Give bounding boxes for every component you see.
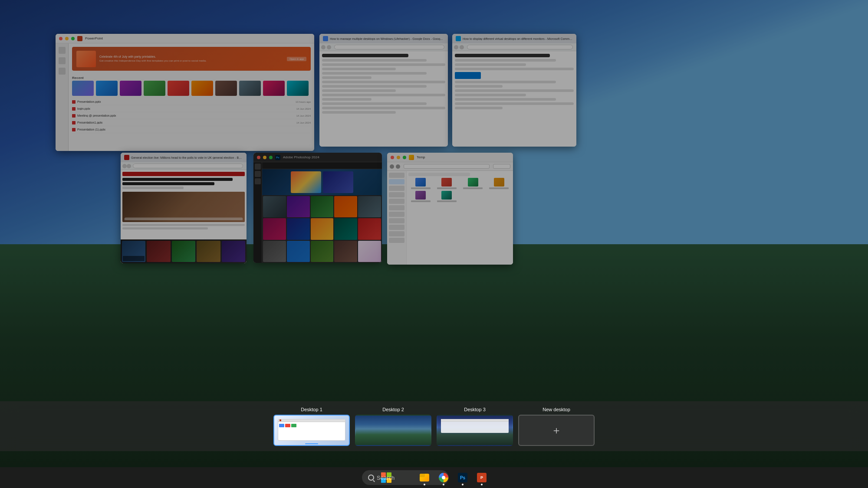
chrome-app-icon bbox=[439, 473, 448, 482]
desktop-1-item[interactable]: Desktop 1 bbox=[273, 407, 350, 446]
taskbar-search-button[interactable]: Search bbox=[397, 469, 414, 486]
photoshop-app-icon: Ps bbox=[458, 473, 467, 482]
file-explorer-icon bbox=[420, 474, 429, 481]
desktop-3-label: Desktop 3 bbox=[464, 407, 486, 412]
desktop-1-window-preview bbox=[278, 419, 345, 441]
new-desktop-item[interactable]: New desktop ＋ bbox=[518, 407, 595, 446]
desktop-3-item[interactable]: Desktop 3 bbox=[437, 407, 513, 446]
desktop-2-thumbnail[interactable] bbox=[355, 415, 431, 446]
taskbar-center-icons: Search Ps P bbox=[378, 469, 490, 486]
desktop-thumbnails-bar: Desktop 1 bbox=[0, 401, 868, 451]
desktop-thumbs-container: Desktop 1 bbox=[13, 407, 855, 446]
desktop-2-item[interactable]: Desktop 2 bbox=[355, 407, 431, 446]
taskbar: Search Ps P bbox=[0, 467, 868, 488]
taskbar-explorer-button[interactable] bbox=[416, 469, 433, 486]
search-icon bbox=[368, 475, 374, 481]
taskbar-photoshop-button[interactable]: Ps bbox=[454, 469, 471, 486]
desktop-2-label: Desktop 2 bbox=[382, 407, 404, 412]
taskbar-explorer-icon bbox=[419, 472, 430, 483]
taskbar-chrome-button[interactable] bbox=[435, 469, 452, 486]
desktop-1-thumbnail[interactable] bbox=[273, 415, 350, 446]
new-desktop-button[interactable]: ＋ bbox=[518, 415, 595, 446]
taskbar-photoshop-icon: Ps bbox=[457, 472, 468, 483]
search-label: Search bbox=[377, 475, 395, 481]
desktop-3-thumbnail[interactable] bbox=[437, 415, 513, 446]
new-desktop-plus-icon: ＋ bbox=[551, 425, 562, 436]
taskbar-powerpoint-button[interactable]: P bbox=[473, 469, 490, 486]
powerpoint-app-icon: P bbox=[477, 473, 487, 482]
new-desktop-label: New desktop bbox=[542, 407, 570, 412]
taskbar-powerpoint-icon: P bbox=[477, 472, 487, 483]
taskbar-chrome-icon bbox=[438, 472, 449, 483]
desktop-1-label: Desktop 1 bbox=[301, 407, 322, 412]
